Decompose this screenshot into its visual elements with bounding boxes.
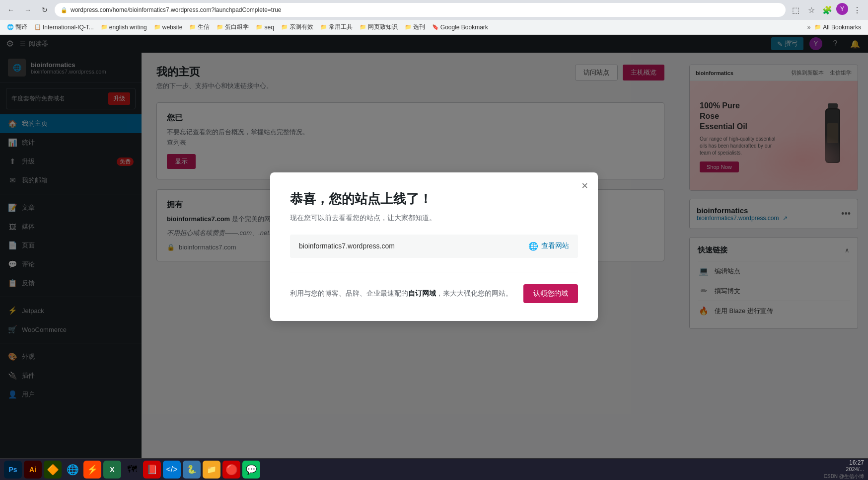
forward-button[interactable]: → [21, 3, 35, 17]
browser-chrome: ← → ↻ 🔒 wordpress.com/home/bioinformatic… [0, 0, 868, 35]
folder-icon-english: 📁 [101, 24, 108, 30]
bookmark-english-label: english writing [109, 24, 147, 31]
bookmark-shengxin-label: 生信 [198, 23, 210, 31]
bookmark-knowledge[interactable]: 📁 网页致知识 [357, 21, 401, 33]
filemanager-icon: 📁 [207, 465, 217, 474]
view-site-label: 查看网站 [541, 241, 569, 250]
bookmark-google[interactable]: 🔖 Google Bookmark [429, 22, 491, 32]
vscode-icon: </> [166, 465, 177, 474]
photoshop-icon: Ps [8, 466, 17, 474]
domain-promo-text-2: ，来大大强化您的网站。 [436, 289, 512, 297]
bookmark-translate-label: 翻译 [15, 23, 27, 31]
taskbar-wechat[interactable]: 💬 [242, 461, 260, 479]
modal-close-button[interactable]: × [581, 180, 588, 191]
extensions-button[interactable]: 🧩 [820, 3, 834, 17]
taskbar-edge[interactable]: 🌐 [64, 461, 81, 479]
translate-icon: 🌐 [7, 24, 14, 30]
bookmark-iq-label: International-IQ-T... [43, 24, 94, 31]
taskbar-illustrator[interactable]: Ai [24, 461, 42, 479]
modal-domain-row: 利用与您的博客、品牌、企业最速配的自订网域，来大大强化您的网站。 认领您的域 [290, 284, 578, 303]
domain-promo-text-1: 利用与您的博客、品牌、企业最速配的 [290, 289, 408, 297]
taskbar-maps[interactable]: 🗺 [123, 461, 141, 479]
modal-url-text: bioinformatics7.wordpress.com [299, 242, 395, 250]
taskbar-vscode[interactable]: </> [163, 461, 181, 479]
address-text: wordpress.com/home/bioinformatics7.wordp… [71, 6, 780, 13]
profile-button[interactable]: Y [836, 3, 848, 15]
bookmark-tested-label: 亲测有效 [289, 23, 313, 31]
bookmarks-bar: 🌐 翻译 📋 International-IQ-T... 📁 english w… [0, 20, 868, 35]
maps-icon: 🗺 [127, 464, 137, 475]
google-bookmark-icon: 🔖 [432, 24, 439, 30]
bookmark-all-label: All Bookmarks [823, 24, 861, 31]
folder-icon-iq: 📋 [34, 24, 41, 30]
taskbar-photoshop[interactable]: Ps [4, 461, 22, 479]
modal-title: 恭喜，您的站点上线了！ [290, 190, 578, 208]
taskbar-app3[interactable]: 🔶 [44, 461, 62, 479]
taskbar-time-display: 16:27 2024/... CSDN @生信小博 [824, 459, 864, 480]
bookmark-protein[interactable]: 📁 蛋白组学 [214, 21, 252, 33]
bookmark-google-label: Google Bookmark [440, 24, 488, 31]
reload-button[interactable]: ↻ [38, 3, 52, 17]
taskbar-app8[interactable]: 📕 [143, 461, 161, 479]
back-button[interactable]: ← [4, 3, 18, 17]
bookmark-website-label: website [162, 24, 183, 31]
bookmark-website[interactable]: 📁 website [151, 22, 186, 32]
bookmark-knowledge-label: 网页致知识 [368, 23, 398, 31]
bookmark-english-writing[interactable]: 📁 english writing [98, 22, 150, 32]
illustrator-icon: Ai [29, 466, 36, 474]
modal-overlay[interactable]: × 恭喜，您的站点上线了！ 现在您可以前去看看您的站点，让大家都知道。 bioi… [0, 35, 868, 458]
bookmarks-more[interactable]: » [807, 24, 811, 31]
claim-domain-button[interactable]: 认领您的域 [523, 284, 578, 303]
modal-domain-text: 利用与您的博客、品牌、企业最速配的自订网域，来大大强化您的网站。 [290, 288, 513, 299]
app12-icon: 🔴 [225, 464, 238, 476]
folder-icon-tools: 📁 [320, 24, 327, 30]
menu-button[interactable]: ⋮ [850, 3, 864, 17]
bookmark-seq[interactable]: 📁 seq [253, 22, 277, 32]
taskbar: Ps Ai 🔶 🌐 ⚡ X 🗺 📕 </> 🐍 📁 🔴 💬 16:27 2024… [0, 458, 868, 480]
folder-icon-protein: 📁 [217, 24, 223, 30]
modal-divider [290, 272, 578, 272]
taskbar-filemanager[interactable]: 📁 [203, 461, 220, 479]
folder-icon-tested: 📁 [281, 24, 288, 30]
excel-icon: X [110, 466, 114, 474]
domain-promo-bold: 自订网域 [408, 289, 436, 297]
bookmark-journal[interactable]: 📁 选刊 [402, 21, 428, 33]
bookmark-seq-label: seq [264, 24, 274, 31]
address-bar[interactable]: 🔒 wordpress.com/home/bioinformatics7.wor… [55, 3, 786, 17]
cast-button[interactable]: ⬚ [789, 3, 802, 17]
app5-icon: ⚡ [87, 464, 98, 475]
bookmark-button[interactable]: ☆ [804, 3, 818, 17]
wechat-icon: 💬 [246, 464, 257, 475]
taskbar-app12[interactable]: 🔴 [222, 461, 240, 479]
bookmark-translate[interactable]: 🌐 翻译 [4, 21, 30, 33]
taskbar-watermark: CSDN @生信小博 [824, 473, 864, 480]
clock-time: 16:27 [824, 459, 864, 466]
bookmark-tools[interactable]: 📁 常用工具 [317, 21, 356, 33]
browser-nav-bar: ← → ↻ 🔒 wordpress.com/home/bioinformatic… [0, 0, 868, 20]
bookmark-tools-label: 常用工具 [329, 23, 353, 31]
view-website-link[interactable]: 🌐 查看网站 [528, 241, 569, 251]
folder-icon-all: 📁 [814, 24, 821, 30]
bookmark-tested[interactable]: 📁 亲测有效 [278, 21, 316, 33]
bookmark-all[interactable]: 📁 All Bookmarks [811, 22, 864, 32]
taskbar-app10[interactable]: 🐍 [183, 461, 201, 479]
globe-icon: 🌐 [528, 241, 538, 251]
folder-icon-seq: 📁 [256, 24, 263, 30]
app10-icon: 🐍 [187, 465, 197, 474]
taskbar-app5[interactable]: ⚡ [83, 461, 101, 479]
bookmark-shengxin[interactable]: 📁 生信 [186, 21, 213, 33]
folder-icon-journal: 📁 [405, 24, 412, 30]
clock-date: 2024/... [824, 466, 864, 472]
app8-icon: 📕 [146, 464, 157, 475]
launch-modal: × 恭喜，您的站点上线了！ 现在您可以前去看看您的站点，让大家都知道。 bioi… [270, 172, 598, 321]
folder-icon-shengxin: 📁 [189, 24, 196, 30]
modal-subtitle: 现在您可以前去看看您的站点，让大家都知道。 [290, 214, 578, 223]
lock-icon: 🔒 [61, 7, 68, 13]
modal-url-row: bioinformatics7.wordpress.com 🌐 查看网站 [290, 235, 578, 258]
bookmark-iq[interactable]: 📋 International-IQ-T... [31, 22, 97, 32]
taskbar-excel[interactable]: X [103, 461, 121, 479]
bookmark-journal-label: 选刊 [413, 23, 425, 31]
folder-icon-website: 📁 [154, 24, 161, 30]
browser-actions: ⬚ ☆ 🧩 Y ⋮ [789, 3, 864, 17]
app3-icon: 🔶 [47, 464, 59, 476]
